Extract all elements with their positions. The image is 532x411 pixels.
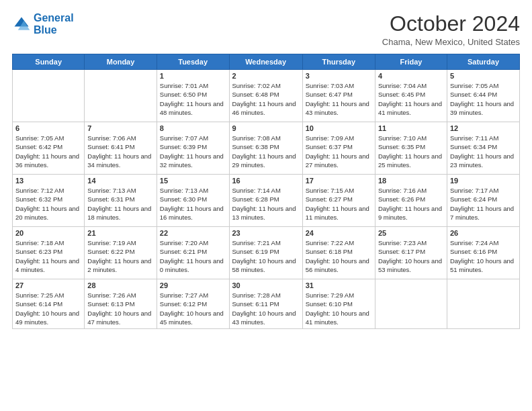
header-friday: Friday [375, 54, 447, 70]
logo-line1: General [34, 12, 74, 24]
calendar-header-row: Sunday Monday Tuesday Wednesday Thursday… [13, 54, 520, 70]
day-number: 29 [160, 281, 226, 289]
day-info: Sunrise: 7:10 AMSunset: 6:35 PMDaylight:… [378, 134, 444, 169]
calendar-cell: 2Sunrise: 7:02 AMSunset: 6:48 PMDaylight… [229, 70, 302, 122]
day-number: 19 [450, 177, 517, 185]
calendar-cell: 28Sunrise: 7:26 AMSunset: 6:13 PMDayligh… [85, 279, 157, 329]
day-number: 3 [306, 72, 372, 80]
day-info: Sunrise: 7:26 AMSunset: 6:13 PMDaylight:… [87, 291, 153, 326]
logo-text: General Blue [34, 12, 74, 36]
calendar-cell: 23Sunrise: 7:21 AMSunset: 6:19 PMDayligh… [229, 227, 302, 279]
day-number: 17 [306, 177, 372, 185]
calendar-cell: 25Sunrise: 7:23 AMSunset: 6:17 PMDayligh… [375, 227, 447, 279]
day-info: Sunrise: 7:22 AMSunset: 6:18 PMDaylight:… [306, 238, 372, 274]
calendar-cell: 20Sunrise: 7:18 AMSunset: 6:23 PMDayligh… [13, 227, 85, 279]
day-number: 11 [378, 124, 444, 132]
header: General Blue October 2024 Chama, New Mex… [12, 12, 520, 47]
calendar-cell: 5Sunrise: 7:05 AMSunset: 6:44 PMDaylight… [447, 70, 519, 122]
header-tuesday: Tuesday [157, 54, 229, 70]
day-number: 16 [232, 177, 300, 185]
calendar-cell: 22Sunrise: 7:20 AMSunset: 6:21 PMDayligh… [157, 227, 229, 279]
day-info: Sunrise: 7:15 AMSunset: 6:27 PMDaylight:… [306, 186, 372, 222]
day-number: 31 [306, 281, 372, 289]
day-info: Sunrise: 7:12 AMSunset: 6:32 PMDaylight:… [15, 186, 81, 222]
calendar-cell: 27Sunrise: 7:25 AMSunset: 6:14 PMDayligh… [13, 279, 85, 329]
calendar-week-2: 13Sunrise: 7:12 AMSunset: 6:32 PMDayligh… [13, 175, 520, 227]
day-number: 28 [87, 281, 153, 289]
calendar-week-4: 27Sunrise: 7:25 AMSunset: 6:14 PMDayligh… [13, 279, 520, 329]
day-number: 4 [378, 72, 444, 80]
day-info: Sunrise: 7:16 AMSunset: 6:26 PMDaylight:… [378, 186, 444, 222]
calendar-cell: 7Sunrise: 7:06 AMSunset: 6:41 PMDaylight… [85, 122, 157, 175]
day-number: 8 [160, 124, 226, 132]
day-info: Sunrise: 7:07 AMSunset: 6:39 PMDaylight:… [160, 134, 226, 169]
day-info: Sunrise: 7:25 AMSunset: 6:14 PMDaylight:… [15, 291, 81, 326]
day-info: Sunrise: 7:02 AMSunset: 6:48 PMDaylight:… [232, 81, 300, 117]
location: Chama, New Mexico, United States [382, 37, 520, 47]
day-info: Sunrise: 7:17 AMSunset: 6:24 PMDaylight:… [450, 186, 517, 222]
calendar-cell: 12Sunrise: 7:11 AMSunset: 6:34 PMDayligh… [447, 122, 519, 175]
day-info: Sunrise: 7:20 AMSunset: 6:21 PMDaylight:… [160, 238, 226, 274]
day-number: 12 [450, 124, 517, 132]
calendar-cell: 1Sunrise: 7:01 AMSunset: 6:50 PMDaylight… [157, 70, 229, 122]
day-info: Sunrise: 7:08 AMSunset: 6:38 PMDaylight:… [232, 134, 300, 169]
calendar-cell: 6Sunrise: 7:05 AMSunset: 6:42 PMDaylight… [13, 122, 85, 175]
day-number: 18 [378, 177, 444, 185]
day-number: 13 [15, 177, 81, 185]
calendar-cell: 10Sunrise: 7:09 AMSunset: 6:37 PMDayligh… [302, 122, 375, 175]
calendar-cell [447, 279, 519, 329]
day-number: 15 [160, 177, 226, 185]
calendar-cell: 13Sunrise: 7:12 AMSunset: 6:32 PMDayligh… [13, 175, 85, 227]
day-info: Sunrise: 7:06 AMSunset: 6:41 PMDaylight:… [87, 134, 153, 169]
day-number: 9 [232, 124, 300, 132]
calendar-week-1: 6Sunrise: 7:05 AMSunset: 6:42 PMDaylight… [13, 122, 520, 175]
day-number: 30 [232, 281, 300, 289]
day-number: 21 [87, 229, 153, 237]
header-monday: Monday [85, 54, 157, 70]
day-number: 26 [450, 229, 517, 237]
day-number: 27 [15, 281, 81, 289]
day-info: Sunrise: 7:23 AMSunset: 6:17 PMDaylight:… [378, 238, 444, 274]
day-number: 24 [306, 229, 372, 237]
calendar-cell [375, 279, 447, 329]
calendar-cell: 14Sunrise: 7:13 AMSunset: 6:31 PMDayligh… [85, 175, 157, 227]
calendar-cell: 17Sunrise: 7:15 AMSunset: 6:27 PMDayligh… [302, 175, 375, 227]
day-info: Sunrise: 7:21 AMSunset: 6:19 PMDaylight:… [232, 238, 300, 274]
day-info: Sunrise: 7:27 AMSunset: 6:12 PMDaylight:… [160, 291, 226, 326]
calendar-cell: 3Sunrise: 7:03 AMSunset: 6:47 PMDaylight… [302, 70, 375, 122]
calendar-cell: 26Sunrise: 7:24 AMSunset: 6:16 PMDayligh… [447, 227, 519, 279]
header-sunday: Sunday [13, 54, 85, 70]
day-info: Sunrise: 7:24 AMSunset: 6:16 PMDaylight:… [450, 238, 517, 274]
day-number: 5 [450, 72, 517, 80]
calendar-cell [13, 70, 85, 122]
calendar-cell: 31Sunrise: 7:29 AMSunset: 6:10 PMDayligh… [302, 279, 375, 329]
header-saturday: Saturday [447, 54, 519, 70]
day-info: Sunrise: 7:05 AMSunset: 6:44 PMDaylight:… [450, 81, 517, 117]
day-info: Sunrise: 7:09 AMSunset: 6:37 PMDaylight:… [306, 134, 372, 169]
day-info: Sunrise: 7:04 AMSunset: 6:45 PMDaylight:… [378, 81, 444, 117]
calendar-cell: 24Sunrise: 7:22 AMSunset: 6:18 PMDayligh… [302, 227, 375, 279]
day-info: Sunrise: 7:19 AMSunset: 6:22 PMDaylight:… [87, 238, 153, 274]
calendar-week-0: 1Sunrise: 7:01 AMSunset: 6:50 PMDaylight… [13, 70, 520, 122]
calendar-week-3: 20Sunrise: 7:18 AMSunset: 6:23 PMDayligh… [13, 227, 520, 279]
day-info: Sunrise: 7:28 AMSunset: 6:11 PMDaylight:… [232, 291, 300, 326]
calendar-cell: 19Sunrise: 7:17 AMSunset: 6:24 PMDayligh… [447, 175, 519, 227]
calendar-cell: 8Sunrise: 7:07 AMSunset: 6:39 PMDaylight… [157, 122, 229, 175]
day-number: 25 [378, 229, 444, 237]
day-info: Sunrise: 7:18 AMSunset: 6:23 PMDaylight:… [15, 238, 81, 274]
day-number: 1 [160, 72, 226, 80]
header-thursday: Thursday [302, 54, 375, 70]
calendar-cell: 30Sunrise: 7:28 AMSunset: 6:11 PMDayligh… [229, 279, 302, 329]
day-info: Sunrise: 7:13 AMSunset: 6:30 PMDaylight:… [160, 186, 226, 222]
day-info: Sunrise: 7:03 AMSunset: 6:47 PMDaylight:… [306, 81, 372, 117]
page: General Blue October 2024 Chama, New Mex… [0, 0, 532, 411]
day-info: Sunrise: 7:01 AMSunset: 6:50 PMDaylight:… [160, 81, 226, 117]
day-number: 7 [87, 124, 153, 132]
calendar-table: Sunday Monday Tuesday Wednesday Thursday… [12, 54, 520, 329]
day-info: Sunrise: 7:05 AMSunset: 6:42 PMDaylight:… [15, 134, 81, 169]
day-number: 23 [232, 229, 300, 237]
logo-line2: Blue [34, 24, 57, 36]
day-info: Sunrise: 7:14 AMSunset: 6:28 PMDaylight:… [232, 186, 300, 222]
day-number: 2 [232, 72, 300, 80]
calendar-cell [85, 70, 157, 122]
